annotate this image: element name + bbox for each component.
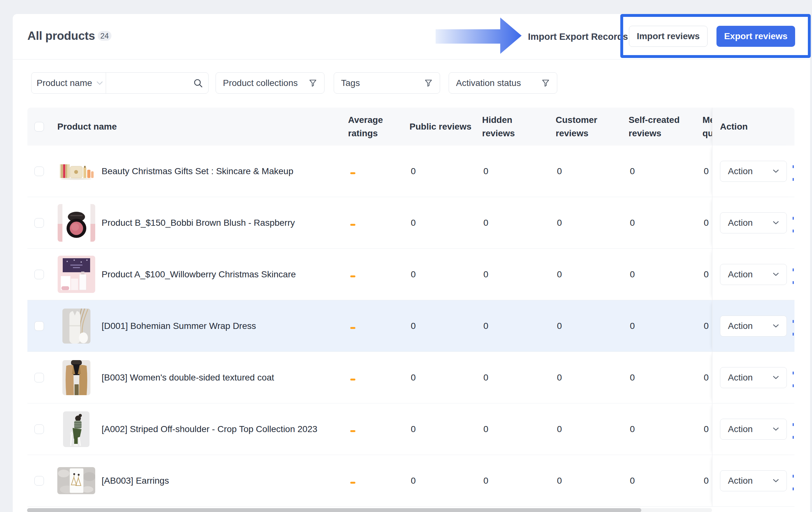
customer-reviews-cell: 0	[555, 321, 628, 331]
product-collections-filter[interactable]: Product collections	[215, 72, 324, 94]
table-row: Beauty Christmas Gifts Set : Skincare & …	[27, 145, 794, 197]
hidden-reviews-cell: 0	[481, 424, 555, 434]
self-created-reviews-cell: 0	[628, 373, 701, 383]
import-reviews-button[interactable]: Import reviews	[629, 26, 707, 47]
average-rating-cell	[347, 476, 409, 486]
select-all-checkbox[interactable]	[34, 122, 44, 132]
product-name: Beauty Christmas Gifts Set : Skincare & …	[102, 166, 293, 176]
self-created-reviews-cell: 0	[628, 424, 701, 434]
average-rating-dash	[350, 224, 355, 226]
row-checkbox[interactable]	[34, 167, 44, 176]
customer-reviews-cell: 0	[555, 424, 628, 434]
funnel-icon	[424, 79, 433, 87]
average-rating-cell	[347, 166, 409, 176]
product-name: [AB003] Earrings	[102, 476, 169, 486]
activation-status-filter[interactable]: Activation status	[449, 72, 557, 94]
import-export-records-link[interactable]: Import Export Records	[528, 31, 628, 42]
row-checkbox[interactable]	[34, 373, 44, 382]
column-header-average-ratings: Average ratings	[347, 113, 409, 140]
self-created-reviews-cell: 0	[628, 218, 701, 228]
table-row: Product B_$150_Bobbi Brown Blush - Raspb…	[27, 197, 794, 249]
public-reviews-cell: 0	[409, 476, 481, 486]
activation-status-label: Activation status	[456, 78, 521, 88]
export-reviews-button[interactable]: Export reviews	[717, 26, 795, 47]
action-dropdown-button[interactable]: Action	[720, 367, 787, 388]
column-header-public-reviews: Public reviews	[409, 120, 481, 134]
table-row: Product A_$100_Willowberry Christmas Ski…	[27, 249, 794, 300]
action-dropdown-button[interactable]: Action	[720, 316, 787, 337]
annotation-arrow-icon	[436, 15, 522, 57]
action-cell: Action	[712, 197, 794, 248]
action-dropdown-button[interactable]: Action	[720, 161, 787, 182]
row-checkbox[interactable]	[34, 321, 44, 331]
column-header-action: Action	[712, 108, 794, 145]
column-header-hidden-reviews: Hidden reviews	[481, 113, 555, 140]
product-name: [B003] Women's double-sided textured coa…	[102, 373, 274, 383]
public-reviews-cell: 0	[409, 218, 481, 228]
public-reviews-cell: 0	[409, 424, 481, 434]
row-checkbox[interactable]	[34, 476, 44, 486]
page-title: All products	[27, 29, 95, 42]
hidden-reviews-cell: 0	[481, 476, 555, 486]
average-rating-dash	[350, 378, 355, 380]
products-table: Product name Average ratings Public revi…	[27, 108, 794, 507]
customer-reviews-cell: 0	[555, 476, 628, 486]
product-collections-label: Product collections	[223, 78, 298, 88]
customer-reviews-cell: 0	[555, 166, 628, 176]
public-reviews-cell: 0	[409, 269, 481, 280]
product-name: Product B_$150_Bobbi Brown Blush - Raspb…	[102, 218, 295, 228]
customer-reviews-cell: 0	[555, 218, 628, 228]
product-name: [A002] Striped Off-shoulder - Crop Top C…	[102, 424, 317, 434]
row-checkbox[interactable]	[34, 218, 44, 228]
action-cell: Action	[712, 300, 794, 351]
table-row: [B003] Women's double-sided textured coa…	[27, 352, 794, 403]
chevron-down-icon	[96, 81, 103, 85]
header-divider	[13, 59, 810, 60]
hidden-reviews-cell: 0	[481, 166, 555, 176]
gift-set-thumbnail	[58, 162, 94, 180]
action-cell: Action	[712, 352, 794, 403]
average-rating-cell	[347, 424, 409, 434]
table-row: [D001] Bohemian Summer Wrap Dress 0 0 0 …	[27, 300, 794, 352]
action-dropdown-button[interactable]: Action	[720, 264, 787, 285]
average-rating-cell	[347, 373, 409, 383]
tags-filter[interactable]: Tags	[334, 72, 440, 94]
self-created-reviews-cell: 0	[628, 321, 701, 331]
product-name: [D001] Bohemian Summer Wrap Dress	[102, 321, 256, 331]
search-input[interactable]	[106, 78, 193, 88]
action-cell: Action	[712, 145, 794, 197]
field-selector-label[interactable]: Product name	[37, 78, 92, 88]
coat-thumbnail	[62, 360, 90, 395]
column-header-self-created-reviews: Self-created reviews	[628, 113, 701, 140]
action-dropdown-button[interactable]: Action	[720, 470, 787, 491]
self-created-reviews-cell: 0	[628, 269, 701, 280]
hidden-reviews-cell: 0	[481, 218, 555, 228]
earrings-thumbnail	[57, 467, 95, 494]
row-checkbox[interactable]	[34, 424, 44, 434]
action-dropdown-button[interactable]: Action	[720, 419, 787, 440]
action-cell: Action	[712, 455, 794, 506]
self-created-reviews-cell: 0	[628, 166, 701, 176]
action-cell: Action	[712, 403, 794, 455]
funnel-icon	[541, 79, 550, 87]
customer-reviews-cell: 0	[555, 373, 628, 383]
product-name: Product A_$100_Willowberry Christmas Ski…	[102, 269, 296, 280]
customer-reviews-cell: 0	[555, 269, 628, 280]
action-dropdown-button[interactable]: Action	[720, 212, 787, 233]
average-rating-cell	[347, 269, 409, 280]
horizontal-scrollbar-thumb[interactable]	[27, 508, 641, 512]
hidden-reviews-cell: 0	[481, 321, 555, 331]
action-cell: Action	[712, 249, 794, 300]
funnel-icon	[309, 79, 317, 87]
search-field-control[interactable]: Product name	[31, 72, 209, 94]
search-icon[interactable]	[193, 78, 203, 88]
dress-thumbnail	[62, 309, 90, 344]
hidden-reviews-cell: 0	[481, 373, 555, 383]
public-reviews-cell: 0	[409, 373, 481, 383]
average-rating-cell	[347, 321, 409, 331]
average-rating-dash	[350, 482, 355, 484]
column-header-customer-reviews: Customer reviews	[555, 113, 628, 140]
average-rating-dash	[350, 430, 355, 432]
average-rating-cell	[347, 218, 409, 228]
row-checkbox[interactable]	[34, 270, 44, 279]
